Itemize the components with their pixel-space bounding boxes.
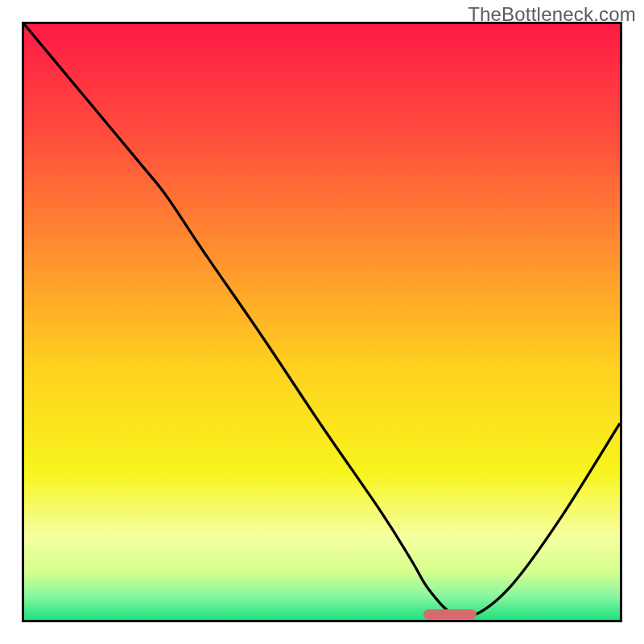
plot-area <box>22 22 622 622</box>
chart-container: TheBottleneck.com <box>0 0 644 644</box>
watermark-text: TheBottleneck.com <box>468 3 636 26</box>
bottleneck-curve <box>24 24 620 620</box>
optimal-range-marker <box>423 609 477 619</box>
